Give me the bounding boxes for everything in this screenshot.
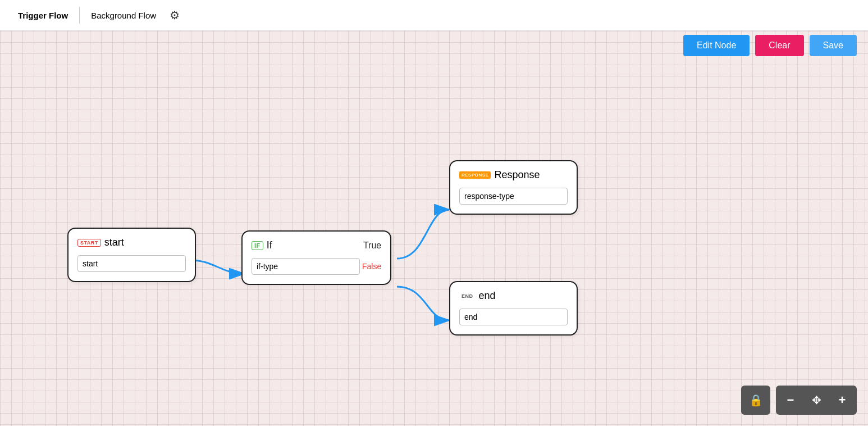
bottom-controls: 🔒 − ✥ + [741,386,857,415]
if-input[interactable] [252,258,360,275]
if-false-label: False [362,262,381,271]
end-input[interactable] [459,309,568,325]
save-button[interactable]: Save [810,35,857,56]
if-input-row: False [252,258,381,275]
zoom-controls: − ✥ + [776,386,857,415]
move-button[interactable]: ✥ [804,386,829,415]
gear-icon: ⚙ [170,9,180,21]
end-badge: END [459,293,476,300]
flow-canvas[interactable]: START start if If True False RESPONSE Re… [0,31,868,426]
tab-background-flow[interactable]: Background Flow [82,0,165,30]
toolbar: Edit Node Clear Save [683,35,857,56]
start-node-title: START start [77,237,186,248]
zoom-in-button[interactable]: + [830,386,855,415]
lock-icon: 🔒 [749,393,763,407]
start-badge: START [77,239,101,247]
lock-button[interactable]: 🔒 [741,386,770,415]
if-node[interactable]: if If True False [241,230,391,285]
zoom-in-icon: + [839,393,846,407]
start-node[interactable]: START start [67,228,196,282]
tab-divider [79,7,80,24]
edit-node-button[interactable]: Edit Node [683,35,750,56]
response-badge: RESPONSE [459,171,491,179]
clear-button[interactable]: Clear [755,35,803,56]
end-node[interactable]: END end [449,281,578,336]
if-true-label: True [363,241,381,251]
zoom-out-button[interactable]: − [778,386,803,415]
response-node-title: RESPONSE Response [459,169,568,181]
zoom-out-icon: − [787,393,794,407]
response-input[interactable] [459,188,568,205]
if-badge: if [252,241,263,250]
end-node-title: END end [459,290,568,302]
start-input[interactable] [77,255,186,272]
response-node[interactable]: RESPONSE Response [449,160,578,215]
header: Trigger Flow Background Flow ⚙ [0,0,868,31]
settings-button[interactable]: ⚙ [170,8,180,22]
if-node-title: if If True [252,239,381,251]
move-icon: ✥ [812,393,821,407]
tab-trigger-flow[interactable]: Trigger Flow [9,0,77,30]
